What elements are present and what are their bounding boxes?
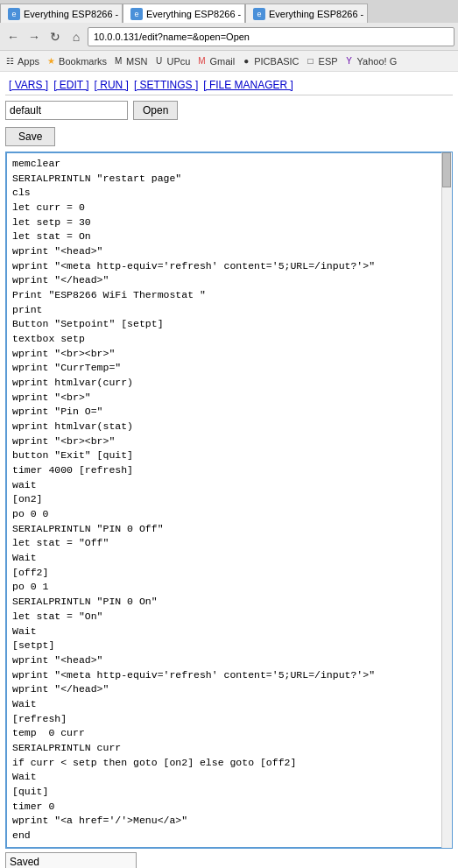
tab-label-3: Everything ESP8266 - [269,9,363,19]
filename-input[interactable] [5,101,128,120]
bookmarks-bar: ☷ Apps ★ Bookmarks M MSN U UPcu M Gmail … [0,51,458,72]
tab-favicon-3: e [253,8,265,20]
scrollbar-thumb[interactable] [442,152,451,187]
bookmark-apps[interactable]: ☷ Apps [4,55,39,67]
status-field [5,852,137,868]
status-bar [5,852,453,868]
star-icon: ★ [45,55,57,67]
browser-tabs: e Everything ESP8266 - × e Everything ES… [0,0,458,23]
tab-label-1: Everything ESP8266 - [24,9,118,19]
home-button[interactable]: ⌂ [67,27,86,46]
address-bar[interactable] [88,27,454,46]
bookmark-bookmarks[interactable]: ★ Bookmarks [45,55,107,67]
nav-file-manager[interactable]: [ FILE MANAGER ] [201,79,295,91]
bookmark-esp[interactable]: □ ESP [305,55,338,67]
reload-button[interactable]: ↻ [46,27,65,46]
nav-run[interactable]: [ RUN ] [93,79,130,91]
tab-favicon-1: e [8,8,20,20]
save-button[interactable]: Save [5,127,55,146]
nav-vars[interactable]: [ VARS ] [7,79,50,91]
page-content: [ VARS ] [ EDIT ] [ RUN ] [ SETTINGS ] [… [0,72,458,868]
back-button[interactable]: ← [4,27,23,46]
tab-2[interactable]: e Everything ESP8266 - × [123,4,245,23]
bookmark-msn[interactable]: M MSN [112,55,147,67]
code-wrapper: memclear SERIALPRINTLN "restart page" cl… [5,152,453,849]
tab-label-2: Everything ESP8266 - [146,9,241,19]
browser-nav: ← → ↻ ⌂ [0,23,458,51]
save-row: Save [5,127,453,152]
picbasic-icon: ● [240,55,252,67]
forward-button[interactable]: → [25,27,44,46]
yahoo-icon: Y [343,55,356,67]
upcu-icon: U [153,55,166,67]
code-editor[interactable]: memclear SERIALPRINTLN "restart page" cl… [6,152,452,848]
apps-icon: ☷ [4,55,16,67]
tab-3[interactable]: e Everything ESP8266 - × [245,4,368,23]
nav-settings[interactable]: [ SETTINGS ] [132,79,200,91]
toolbar-row: Open [5,101,453,120]
bookmark-picbasic[interactable]: ● PICBASIC [240,55,299,67]
gmail-icon: M [195,55,208,67]
open-button[interactable]: Open [133,101,178,120]
msn-icon: M [112,55,124,67]
bookmark-upcu[interactable]: U UPcu [153,55,191,67]
esp-icon: □ [305,55,317,67]
nav-menu: [ VARS ] [ EDIT ] [ RUN ] [ SETTINGS ] [… [5,75,453,95]
bookmark-yahoo[interactable]: Y Yahoo! G [343,55,398,67]
scrollbar-track[interactable] [441,152,452,848]
tab-favicon-2: e [130,8,143,20]
bookmark-gmail[interactable]: M Gmail [195,55,235,67]
nav-edit[interactable]: [ EDIT ] [52,79,90,91]
tab-1[interactable]: e Everything ESP8266 - × [0,4,123,23]
